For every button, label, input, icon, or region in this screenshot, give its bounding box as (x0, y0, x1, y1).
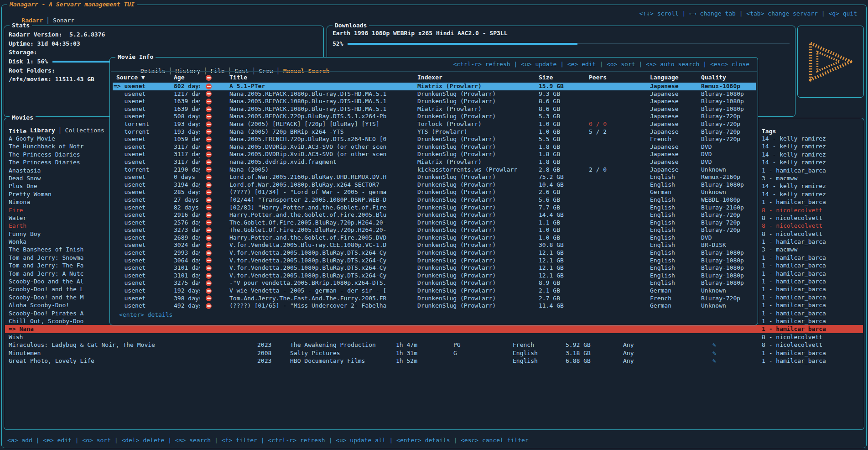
release-row[interactable]: torrent193 daysNana (2005) [REPACK] [720… (113, 120, 756, 128)
release-age: 3117 days (172, 158, 200, 166)
release-language: German (646, 302, 697, 310)
rejected-icon (206, 204, 212, 210)
movie-size: 3.18 GB (562, 349, 619, 357)
movie-year (254, 333, 286, 341)
movie-year: 2008 (254, 349, 286, 357)
release-row[interactable]: usenet3117 daysnana.2005.dvdrip.xvid.fra… (113, 158, 756, 166)
rejected-icon (206, 106, 212, 112)
release-language: Japanese (646, 113, 697, 120)
release-row[interactable]: usenet1639 daysNana.2005.REPACK.1080p.Bl… (113, 98, 756, 105)
release-title: Nana.2005.DVDRip.XviD.AC3-SVO (or other … (226, 143, 414, 151)
movie-tag: 3 - macmww (758, 174, 863, 182)
peers-column-header[interactable]: Peers (585, 74, 646, 82)
release-size: 1.0 GB (535, 234, 585, 242)
release-quality: Bluray-1080p (697, 272, 756, 280)
release-peers: 2 / 0 (585, 166, 646, 174)
release-age: 3117 days (172, 151, 200, 158)
release-size: 30.8 GB (535, 241, 585, 249)
release-peers (585, 241, 646, 249)
release-row[interactable]: usenet192 daysV wie Vendetta - 2005 - ge… (113, 287, 756, 295)
release-row[interactable]: usenet2689 daysHarry.Potter.and.the.Gobl… (113, 234, 756, 242)
release-language: English (646, 181, 697, 189)
release-age: 3273 days (172, 226, 200, 234)
movie-size (562, 333, 619, 341)
release-indexer: DrunkenSlug (Prowlarr) (414, 143, 535, 151)
language-column-header[interactable]: Language (646, 74, 697, 82)
source-column-header[interactable]: Source ▼ (113, 74, 172, 82)
rejected-icon (206, 129, 212, 135)
release-source: usenet (113, 105, 172, 113)
release-age: 2993 days (172, 249, 200, 257)
release-indexer: DrunkenSlug (Prowlarr) (414, 211, 535, 219)
rejected-icon (206, 227, 212, 233)
release-row[interactable]: usenet398 daysTom.And.Jerry.The.Fast.And… (113, 295, 756, 303)
release-rejected-cell (200, 302, 226, 310)
release-quality: Bluray-1080p (697, 181, 756, 189)
age-column-header[interactable]: Age (172, 74, 200, 82)
movie-studio: The Awakening Production (286, 341, 392, 349)
release-quality: Bluray-1080p (697, 264, 756, 272)
movie-tag: 8 - nicolecolvett (758, 222, 863, 230)
release-row[interactable]: usenet2576 daysThe.Goblet.Of.Fire.2005.B… (113, 219, 756, 227)
release-row[interactable]: usenet27 days[02/44] "Transporter 2.2005… (113, 196, 756, 204)
release-row[interactable]: usenet1639 daysNana.2005.REPACK.1080p.Bl… (113, 105, 756, 113)
release-source: usenet (113, 257, 172, 265)
release-indexer: DrunkenSlug (Prowlarr) (414, 181, 535, 189)
release-row[interactable]: usenet3024 daysV.for.Vendetta.2005.Blu-r… (113, 241, 756, 249)
release-row[interactable]: usenet1217 daysNana.2005.REPACK.1080p.Bl… (113, 90, 756, 98)
release-language: English (646, 196, 697, 204)
indexer-column-header[interactable]: Indexer (414, 74, 535, 82)
release-size: 5.3 GB (535, 113, 585, 120)
release-age: 0 days (172, 173, 200, 181)
release-age: 3101 days (172, 272, 200, 280)
movie-row[interactable]: Wish8 - nicolecolvett (5, 333, 863, 341)
release-quality: Bluray-720p (697, 226, 756, 234)
tab-radarr[interactable]: Radarr (21, 17, 43, 24)
movie-row[interactable]: Minutemen2008Salty Pictures1h 31mGEnglis… (5, 349, 863, 357)
release-row[interactable]: usenet3117 daysNana.2005.DVDRip.XviD.AC3… (113, 143, 756, 151)
movie-row[interactable]: Miraculous: Ladybug & Cat Noir, The Movi… (5, 341, 863, 349)
movie-title: => Nana (5, 325, 254, 333)
release-row[interactable]: usenet285 days(????) [01/34] - "Lord of … (113, 188, 756, 196)
release-row[interactable]: usenet3194 daysLord.of.War.2005.1080p.Bl… (113, 181, 756, 189)
rejected-icon (206, 189, 212, 195)
release-row[interactable]: usenet3101 daysV.for.Vendetta.2005.1080p… (113, 272, 756, 280)
release-row[interactable]: usenet82 days[02/83] "Harry.Potter.and.t… (113, 204, 756, 212)
release-row[interactable]: usenet0 daysLord.of.War.2005.2160p.BluRa… (113, 173, 756, 181)
release-size: 1.0 GB (535, 128, 585, 136)
release-row[interactable]: usenet492 days(????) [01/65] - "Miss Und… (113, 302, 756, 310)
release-row[interactable]: usenet2993 daysV.for.Vendetta.2005.1080p… (113, 249, 756, 257)
release-row[interactable]: torrent193 daysNana (2005) 720p BRRip x2… (113, 128, 756, 136)
tab-sonarr[interactable]: Sonarr (53, 17, 74, 24)
release-row[interactable]: usenet3101 daysV.for.Vendetta.2005.1080p… (113, 264, 756, 272)
release-language: Japanese (646, 166, 697, 174)
release-size: 9.3 GB (535, 90, 585, 98)
release-row[interactable]: torrent2190 daysNana (2005)kickasstorren… (113, 166, 756, 174)
release-row[interactable]: usenet1059 daysNana.2005.FRENCH.720p.Blu… (113, 136, 756, 143)
release-title: Nana (2005) (226, 166, 414, 174)
release-source: usenet (113, 98, 172, 105)
release-row[interactable]: usenet3273 daysThe.Goblet.Of.Fire.2005.B… (113, 226, 756, 234)
release-language: Japanese (646, 120, 697, 128)
rejected-icon (206, 121, 212, 127)
release-table-header: Source ▼ Age Title Indexer Size Peers La… (113, 74, 756, 82)
release-title: V.for.Vendetta.2005.1080p.BluRay.DTS.x26… (226, 272, 414, 280)
release-language: Japanese (646, 90, 697, 98)
release-rejected-cell (200, 90, 226, 98)
release-size: 1.8 GB (535, 143, 585, 151)
movie-row[interactable]: Great Photo, Lovely Life2023HBO Document… (5, 357, 863, 365)
release-title: V.for.Vendetta.2005.1080p.BluRay.DTS.x26… (226, 264, 414, 272)
release-age: 492 days (172, 302, 200, 310)
size-column-header[interactable]: Size (535, 74, 585, 82)
release-language: Japanese (646, 128, 697, 136)
movie-row[interactable]: => Nana1 - hamilcar_barca (5, 325, 863, 333)
quality-column-header[interactable]: Quality (697, 74, 756, 82)
release-row[interactable]: usenet3064 daysV.for.Vendetta.2005.1080p… (113, 257, 756, 265)
release-row[interactable]: usenet2916 daysHarry.Potter.and.the.Gobl… (113, 211, 756, 219)
release-row[interactable]: usenet508 daysNana.2005.REPACK.720p.BluR… (113, 113, 756, 120)
release-row[interactable]: => usenet802 daysA 5.1-PTerMiatrix (Prow… (113, 83, 756, 90)
release-source: usenet (113, 211, 172, 219)
release-row[interactable]: usenet3275 days-"V pour vendetta.2005.BR… (113, 279, 756, 287)
title-column-header[interactable]: Title (226, 74, 414, 82)
release-row[interactable]: usenet3117 daysNana.2005.DVDRip.XviD.AC3… (113, 151, 756, 158)
